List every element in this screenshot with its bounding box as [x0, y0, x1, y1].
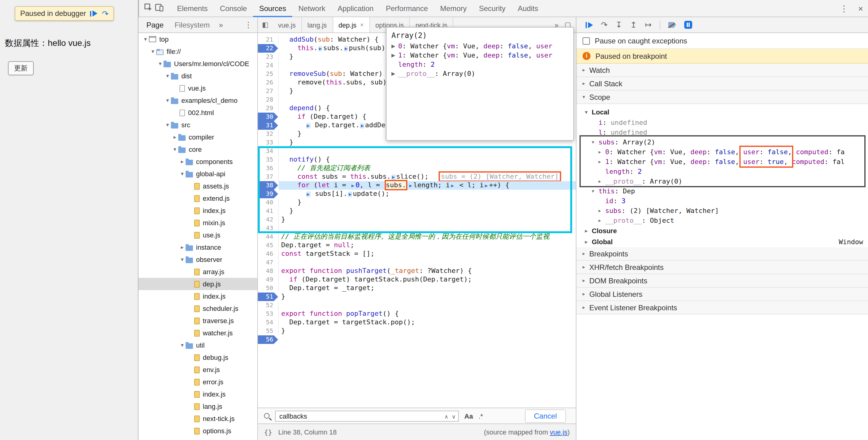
line-number-24[interactable]: 24 — [258, 61, 279, 70]
scope-row[interactable]: ▾subs: Array(2) — [577, 137, 868, 147]
expander-open-icon[interactable]: ▾ — [179, 257, 186, 263]
tree-item-Users/mr.lemon/cl/CODE[interactable]: ▾Users/mr.lemon/cl/CODE — [138, 58, 257, 70]
tab-memory[interactable]: Memory — [434, 0, 473, 17]
tree-item-dist[interactable]: ▾dist — [138, 70, 257, 82]
scope-row[interactable]: ▾Local — [577, 106, 868, 117]
line-number-50[interactable]: 50 — [258, 284, 279, 293]
line-number-54[interactable]: 54 — [258, 318, 279, 327]
line-number-47[interactable]: 47 — [258, 258, 279, 267]
scope-row[interactable]: id: 3 — [577, 196, 868, 206]
expand-property-icon[interactable]: ▶ — [392, 71, 398, 76]
update-button[interactable]: 更新 — [8, 61, 34, 75]
section-dom-breakpoints[interactable]: ▸DOM Breakpoints — [577, 274, 868, 287]
scope-row[interactable]: i: undefined — [577, 117, 868, 127]
section-xhr-fetch-breakpoints[interactable]: ▸XHR/fetch Breakpoints — [577, 261, 868, 274]
tree-item-error.js[interactable]: error.js — [138, 376, 257, 388]
tab-console[interactable]: Console — [214, 0, 253, 17]
devtools-close-icon[interactable]: × — [853, 3, 868, 13]
tree-item-next-tick.js[interactable]: next-tick.js — [138, 412, 257, 425]
expander-icon[interactable]: ▸ — [598, 149, 605, 155]
section-expander-icon[interactable]: ▸ — [583, 291, 589, 297]
tree-item-assets.js[interactable]: assets.js — [138, 180, 257, 192]
tree-item-watcher.js[interactable]: watcher.js — [138, 327, 257, 339]
code-text[interactable]: } — [279, 198, 576, 207]
line-number-26[interactable]: 26 — [258, 78, 279, 87]
step-over-button-icon[interactable]: ↷ — [601, 21, 608, 29]
step-out-button-icon[interactable]: ↥ — [630, 21, 637, 29]
popup-property-row[interactable]: ▶__proto__: Array(0) — [386, 69, 574, 78]
popup-property-row[interactable]: length: 2 — [386, 60, 574, 69]
tab-sources[interactable]: Sources — [253, 0, 292, 17]
expander-closed-icon[interactable]: ▸ — [179, 244, 186, 250]
code-text[interactable]: } — [279, 327, 576, 335]
breakpoint-marker-line-51[interactable]: 51 — [258, 293, 279, 301]
expander-icon[interactable]: ▸ — [598, 178, 605, 184]
code-text[interactable]: const targetStack = []; — [279, 250, 576, 258]
section-expander-icon[interactable]: ▸ — [583, 81, 589, 86]
tree-item-index.js[interactable]: index.js — [138, 388, 257, 400]
source-map-link[interactable]: vue.js — [550, 428, 567, 436]
expander-closed-icon[interactable]: ▸ — [172, 134, 178, 140]
search-prev-icon[interactable]: ∧ — [444, 411, 448, 421]
expander-icon[interactable]: ▸ — [598, 217, 605, 223]
code-text[interactable]: export function popTarget() { — [279, 310, 576, 318]
line-number-32[interactable]: 32 — [258, 130, 279, 138]
expander-open-icon[interactable]: ▾ — [157, 61, 163, 67]
tab-elements[interactable]: Elements — [171, 0, 214, 17]
line-number-49[interactable]: 49 — [258, 275, 279, 284]
step-button-icon[interactable]: ↦ — [645, 21, 651, 29]
tree-item-examples/cl_demo[interactable]: ▾examples/cl_demo — [138, 94, 257, 106]
code-text[interactable] — [279, 301, 576, 310]
expander-icon[interactable]: ▾ — [585, 109, 592, 115]
tree-item-002.html[interactable]: 002.html — [138, 106, 257, 119]
line-number-40[interactable]: 40 — [258, 198, 279, 207]
tree-item-mixin.js[interactable]: mixin.js — [138, 217, 257, 229]
tree-item-instance[interactable]: ▸instance — [138, 241, 257, 253]
tree-item-index.js[interactable]: index.js — [138, 204, 257, 217]
tab-security[interactable]: Security — [473, 0, 512, 17]
section-event-listener-breakpoints[interactable]: ▸Event Listener Breakpoints — [577, 301, 868, 314]
code-text[interactable]: } — [279, 293, 576, 301]
line-number-44[interactable]: 44 — [258, 233, 279, 241]
scope-row[interactable]: ▾this: Dep — [577, 186, 868, 196]
tab-performance[interactable]: Performance — [380, 0, 434, 17]
line-number-53[interactable]: 53 — [258, 310, 279, 318]
code-text[interactable]: Dep.target = _target; — [279, 284, 576, 293]
section-expander-icon[interactable]: ▾ — [583, 94, 589, 100]
code-text[interactable] — [279, 147, 576, 156]
section-expander-icon[interactable]: ▸ — [583, 278, 589, 283]
line-number-46[interactable]: 46 — [258, 250, 279, 258]
pause-on-exceptions-button-icon[interactable] — [684, 21, 692, 29]
line-number-43[interactable]: 43 — [258, 224, 279, 233]
regex-toggle[interactable]: .* — [478, 412, 483, 419]
tree-item-global-api[interactable]: ▾global-api — [138, 168, 257, 180]
navigator-overflow-icon[interactable]: » — [215, 21, 227, 29]
breakpoint-marker-line-22[interactable]: 22 — [258, 44, 279, 53]
inspect-element-icon[interactable] — [144, 3, 153, 13]
code-text[interactable] — [279, 258, 576, 267]
tree-item-file://[interactable]: ▾file:// — [138, 45, 257, 58]
tree-item-index.js[interactable]: index.js — [138, 290, 257, 302]
line-number-36[interactable]: 36 — [258, 164, 279, 173]
expander-open-icon[interactable]: ▾ — [150, 48, 156, 55]
scope-row[interactable]: l: undefined — [577, 127, 868, 137]
expander-open-icon[interactable]: ▾ — [164, 97, 171, 103]
navigator-menu-icon[interactable]: ⋮ — [240, 20, 257, 29]
scope-row[interactable]: ▸__proto__: Array(0) — [577, 176, 868, 186]
expander-open-icon[interactable]: ▾ — [172, 146, 178, 153]
code-text[interactable]: Dep.target = targetStack.pop(); — [279, 318, 576, 327]
line-number-27[interactable]: 27 — [258, 87, 279, 96]
section-expander-icon[interactable]: ▸ — [583, 67, 589, 73]
close-tab-icon[interactable]: × — [360, 22, 364, 28]
code-text[interactable]: } — [279, 215, 576, 224]
expander-open-icon[interactable]: ▾ — [179, 171, 186, 177]
devtools-menu-icon[interactable]: ⋮ — [835, 3, 853, 13]
code-text[interactable]: for (let i = ▶0, l = subs.▶length; i▶ < … — [279, 181, 576, 190]
expand-property-icon[interactable]: ▶ — [392, 53, 398, 58]
expander-open-icon[interactable]: ▾ — [142, 36, 149, 42]
line-number-25[interactable]: 25 — [258, 70, 279, 78]
section-expander-icon[interactable]: ▸ — [583, 251, 589, 257]
tree-item-dep.js[interactable]: dep.js — [138, 278, 257, 290]
expander-open-icon[interactable]: ▾ — [164, 122, 171, 128]
step-over-icon[interactable]: ↷ — [102, 10, 109, 17]
